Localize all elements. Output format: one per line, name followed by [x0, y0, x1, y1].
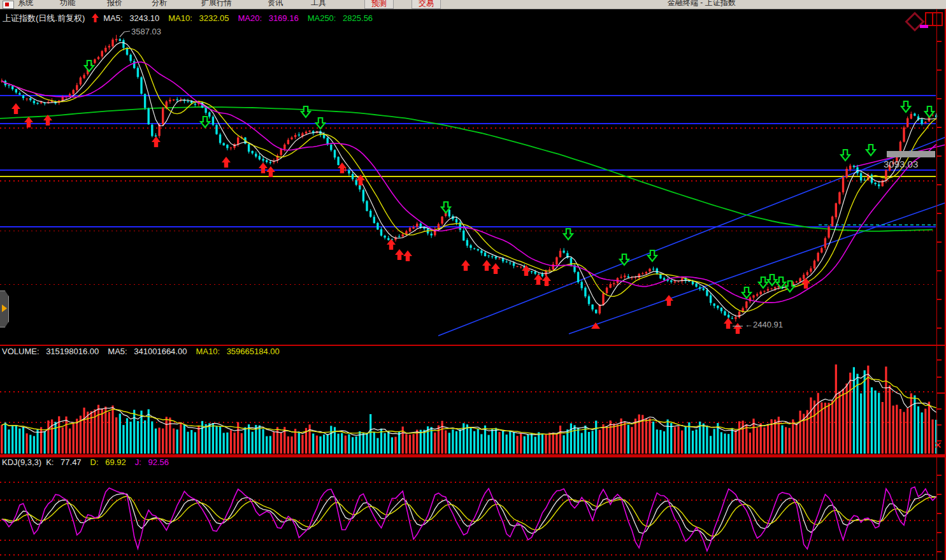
vol-ma5-value: 341001664.00 [134, 347, 187, 356]
volume-value: 315198016.00 [46, 347, 99, 356]
menu-button-forecast[interactable]: 预测 [364, 0, 394, 9]
expand-arrow-icon [2, 305, 7, 312]
close-icon[interactable]: ✕ [934, 440, 942, 450]
menubar: 系统 功能 报价 分析 扩展行情 资讯 工具 预测 交易 金融终端 - 上证指数 [0, 0, 946, 10]
app-icon [3, 1, 14, 9]
volume-label: VOLUME: [2, 347, 39, 356]
kdj-header: KDJ(9,3,3)K: 77.47D: 69.92J: 92.56 [2, 457, 178, 467]
window-title: 金融终端 - 上证指数 [668, 0, 736, 8]
d-value: 69.92 [105, 457, 126, 467]
ma20-label: MA20: [238, 13, 262, 23]
window-split-icon[interactable] [925, 12, 943, 26]
vol-ma10-value: 359665184.00 [227, 347, 280, 356]
last-price-annotation: 3093.03 [884, 159, 918, 169]
trough-price-annotation: ←2440.91 [745, 320, 783, 329]
d-label: D: [90, 457, 99, 467]
sidebar-expand-tab[interactable] [0, 291, 9, 327]
k-label: K: [46, 457, 54, 467]
menu-item-quotes[interactable]: 报价 [107, 0, 122, 8]
ma10-value: 3232.05 [199, 13, 229, 23]
menu-item-analysis[interactable]: 分析 [152, 0, 167, 8]
main-price-chart[interactable] [0, 9, 946, 345]
up-arrow-icon [92, 13, 99, 24]
ma250-value: 2825.56 [343, 13, 373, 23]
menu-item-tools[interactable]: 工具 [311, 0, 326, 8]
symbol-title: 上证指数(日线.前复权) [3, 13, 85, 23]
peak-price-annotation: 3587.03 [131, 27, 161, 36]
vol-ma10-label: MA10: [196, 347, 220, 356]
menu-button-trade[interactable]: 交易 [412, 0, 441, 9]
kdj-chart[interactable] [0, 456, 946, 560]
volume-chart[interactable] [0, 345, 946, 456]
ma5-label: MA5: [103, 13, 122, 23]
volume-header: VOLUME: 315198016.00MA5: 341001664.00MA1… [2, 347, 289, 356]
kdj-indicator-label: KDJ(9,3,3) [2, 457, 41, 467]
ma5-value: 3243.10 [129, 13, 159, 23]
ma250-label: MA250: [308, 13, 336, 23]
k-value: 77.47 [61, 457, 82, 467]
vol-ma5-label: MA5: [108, 347, 127, 356]
j-label: J: [135, 457, 141, 467]
ma10-label: MA10: [168, 13, 192, 23]
menu-item-function[interactable]: 功能 [60, 0, 75, 8]
magenta-marker [920, 25, 928, 28]
trading-terminal: 系统 功能 报价 分析 扩展行情 资讯 工具 预测 交易 金融终端 - 上证指数… [0, 0, 946, 560]
menu-item-system[interactable]: 系统 [18, 0, 33, 8]
menu-item-extended[interactable]: 扩展行情 [201, 0, 232, 8]
ma20-value: 3169.16 [269, 13, 299, 23]
menu-item-news[interactable]: 资讯 [268, 0, 283, 8]
j-value: 92.56 [148, 457, 169, 467]
main-chart-header: 上证指数(日线.前复权)MA5: 3243.10MA10: 3232.05MA2… [3, 13, 382, 24]
